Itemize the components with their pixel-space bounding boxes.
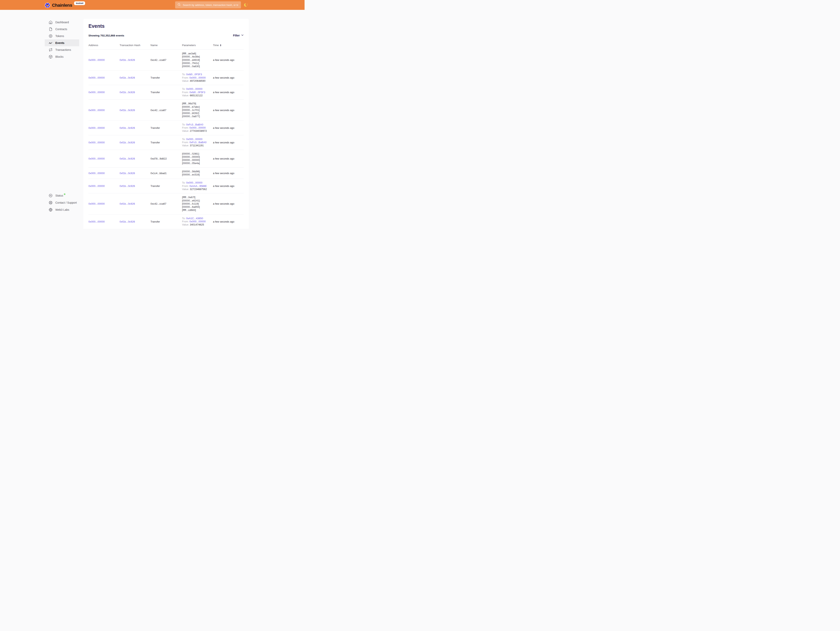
sidebar-item-label: Dashboard: [55, 21, 69, 24]
event-name: Transfer: [150, 220, 182, 223]
to-label: To:: [182, 181, 185, 184]
event-name: 0xc42...cca67: [150, 58, 182, 62]
transfer-value: 3711341191: [190, 144, 204, 147]
table-row: 0x000...000000xf1b...0c9260xd78...9d822[…: [88, 150, 244, 167]
chainlens-logo-icon: [45, 3, 50, 8]
transaction-hash-link[interactable]: 0xf1b...0c926: [120, 109, 135, 112]
event-time: a few seconds ago: [213, 185, 244, 188]
to-label: To:: [182, 87, 185, 90]
column-header-tx: Transaction Hash: [120, 44, 150, 47]
from-label: From:: [182, 185, 189, 188]
sidebar-item-transactions[interactable]: Transactions: [45, 46, 79, 53]
sidebar-item-label: Web3 Labs: [55, 208, 69, 211]
filter-button[interactable]: Filter: [233, 34, 244, 37]
address-link[interactable]: 0x000...00000: [88, 220, 104, 223]
transaction-hash-link[interactable]: 0xf1b...0c926: [120, 91, 135, 94]
to-address-link[interactable]: 0x000...00000: [186, 181, 202, 184]
from-address-link[interactable]: 0x000...00000: [189, 220, 206, 223]
event-name: 0xd78...9d822: [150, 157, 182, 160]
event-parameters: To: 0xFc3...BaBA0From: 0x000...00000Valu…: [182, 123, 213, 133]
from-address-link[interactable]: 0x000...00000: [189, 76, 206, 79]
sidebar-item-contracts[interactable]: Contracts: [45, 25, 79, 33]
table-row: 0x000...000000xf1b...0c9260xc42...cca67[…: [88, 193, 244, 214]
event-time: a few seconds ago: [213, 157, 244, 160]
status-icon: [49, 194, 53, 197]
value-label: Value:: [182, 188, 189, 191]
sidebar-item-status[interactable]: Status: [45, 192, 79, 199]
topic-item: [00000...bf262]: [182, 112, 213, 115]
activity-icon: [49, 41, 53, 45]
value-label: Value:: [182, 144, 189, 147]
from-address-link[interactable]: 0xAAA...9588E: [189, 185, 207, 188]
address-link[interactable]: 0x000...00000: [88, 91, 104, 94]
address-link[interactable]: 0x000...00000: [88, 58, 104, 62]
sidebar-nav: DashboardContractsTokensEventsTransactio…: [45, 19, 79, 60]
sidebar-item-label: Contracts: [55, 28, 67, 31]
events-count: Showing 702,352,868 events: [88, 34, 124, 37]
column-header-name: Name: [150, 44, 182, 47]
transaction-hash-link[interactable]: 0xf1b...0c926: [120, 185, 135, 188]
table-row: 0x000...000000xf1b...0c9260xc42...cca67[…: [88, 50, 244, 71]
page-title: Events: [88, 24, 244, 28]
search-box: [175, 2, 241, 8]
from-address-link[interactable]: 0x000...00000: [189, 126, 206, 129]
address-link[interactable]: 0x000...00000: [88, 202, 104, 205]
address-link[interactable]: 0x000...00000: [88, 126, 104, 129]
from-label: From:: [182, 141, 189, 144]
address-link[interactable]: 0x000...00000: [88, 141, 104, 144]
topic-item: [00000...4e38e]: [182, 55, 213, 58]
to-label: To:: [182, 138, 185, 140]
to-address-link[interactable]: 0xFc3...BaBA0: [186, 123, 203, 126]
topic-item: [00000...05e4a]: [182, 162, 213, 165]
column-header-time[interactable]: Time: [213, 44, 244, 47]
topic-item: [00000...00000]: [182, 155, 213, 159]
event-time: a few seconds ago: [213, 141, 244, 144]
from-address-link[interactable]: 0xFc3...BaBA0: [189, 141, 207, 144]
sidebar-item-tokens[interactable]: Tokens: [45, 33, 79, 39]
table-row: 0x000...000000xf1b...0c9260x1c4...bbad1[…: [88, 167, 244, 179]
event-parameters: To: 0xA1C...43650From: 0x000...00000Valu…: [182, 217, 213, 227]
to-label: To:: [182, 73, 185, 76]
to-address-link[interactable]: 0xfd0...0F5F3: [186, 73, 202, 76]
to-address-link[interactable]: 0x000...00000: [186, 87, 202, 90]
sidebar-item-label: Blocks: [55, 55, 63, 58]
address-link[interactable]: 0x000...00000: [88, 76, 104, 79]
transaction-hash-link[interactable]: 0xf1b...0c926: [120, 58, 135, 62]
table-row: 0x000...000000xf1b...0c9260xc42...cca67[…: [88, 99, 244, 120]
address-link[interactable]: 0x000...00000: [88, 185, 104, 188]
transaction-hash-link[interactable]: 0xf1b...0c926: [120, 202, 135, 205]
to-address-link[interactable]: 0xA1C...43650: [186, 217, 203, 220]
sidebar-spacer: [45, 60, 79, 192]
sidebar-item-events[interactable]: Events: [45, 39, 79, 46]
transaction-hash-link[interactable]: 0xf1b...0c926: [120, 172, 135, 175]
sidebar-item-blocks[interactable]: Blocks: [45, 53, 79, 60]
events-table-body: 0x000...000000xf1b...0c9260xc42...cca67[…: [88, 50, 244, 229]
theme-toggle-button[interactable]: [244, 2, 249, 8]
event-time: a few seconds ago: [213, 202, 244, 205]
search-input[interactable]: [182, 3, 238, 7]
topic-item: [00000...00000]: [182, 159, 213, 162]
transaction-hash-link[interactable]: 0xf1b...0c926: [120, 76, 135, 79]
topic-item: [fffff...ae3a6]: [182, 52, 213, 55]
sidebar-item-contact-support[interactable]: Contact / Support: [45, 199, 79, 206]
from-address-link[interactable]: 0xfd0...0F5F3: [189, 91, 205, 94]
event-name: Transfer: [150, 76, 182, 79]
address-link[interactable]: 0x000...00000: [88, 172, 104, 175]
address-link[interactable]: 0x000...00000: [88, 157, 104, 160]
table-row: 0x000...000000xf1b...0c926TransferTo: 0x…: [88, 215, 244, 229]
topic-item: [00000...0a830]: [182, 65, 213, 68]
transaction-hash-link[interactable]: 0xf1b...0c926: [120, 141, 135, 144]
brand[interactable]: Chainlens testnet: [45, 2, 85, 8]
sort-icon[interactable]: [220, 44, 221, 46]
app-header: Chainlens testnet: [0, 0, 305, 10]
transaction-hash-link[interactable]: 0xf1b...0c926: [120, 126, 135, 129]
address-link[interactable]: 0x000...00000: [88, 109, 104, 112]
transaction-hash-link[interactable]: 0xf1b...0c926: [120, 157, 135, 160]
event-name: 0xc42...cca67: [150, 202, 182, 205]
table-row: 0x000...000000xf1b...0c926TransferTo: 0x…: [88, 135, 244, 150]
transaction-hash-link[interactable]: 0xf1b...0c926: [120, 220, 135, 223]
to-address-link[interactable]: 0x000...00000: [186, 138, 202, 140]
sidebar-item-web3-labs[interactable]: Web3 Labs: [45, 206, 79, 213]
sidebar-item-dashboard[interactable]: Dashboard: [45, 19, 79, 25]
event-name: Transfer: [150, 141, 182, 144]
